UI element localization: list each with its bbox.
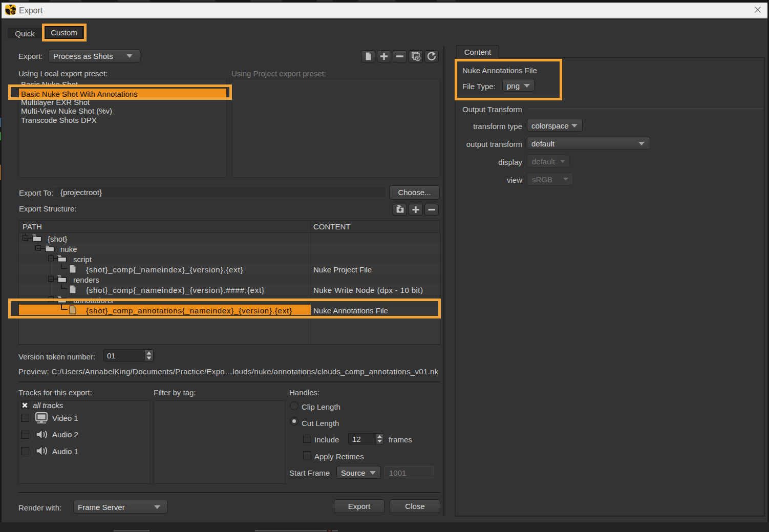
svg-text:S: S bbox=[12, 11, 14, 14]
